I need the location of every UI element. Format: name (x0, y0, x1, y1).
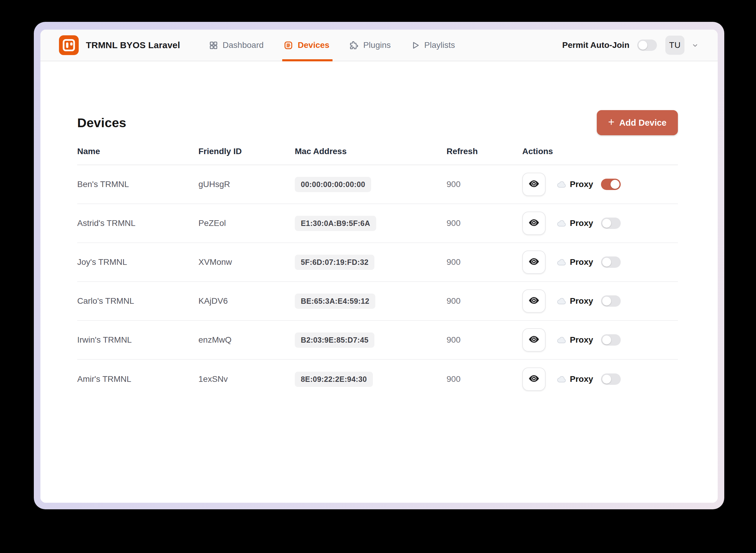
grid-icon (209, 41, 218, 50)
topbar-right: Permit Auto-Join TU (562, 35, 699, 55)
nav-label-devices: Devices (298, 41, 329, 50)
proxy-toggle[interactable] (601, 334, 621, 345)
device-friendly-id: enzMwQ (199, 335, 295, 345)
app-title: TRMNL BYOS Laravel (86, 40, 180, 50)
cloud-icon (557, 376, 566, 383)
column-header-refresh: Refresh (447, 147, 522, 156)
view-device-button[interactable] (522, 212, 546, 235)
table-row: Amir's TRMNL 1exSNv 8E:09:22:2E:94:30 90… (77, 360, 678, 399)
refresh-value: 900 (447, 257, 522, 267)
proxy-label: Proxy (570, 219, 593, 228)
proxy-toggle[interactable] (601, 374, 621, 385)
play-icon (410, 41, 420, 50)
table-header-row: Name Friendly ID Mac Address Refresh Act… (77, 147, 678, 165)
nav-label-dashboard: Dashboard (223, 41, 264, 50)
eye-icon (528, 295, 540, 307)
column-header-mac-address: Mac Address (295, 147, 447, 156)
device-name: Irwin's TRMNL (77, 335, 199, 345)
eye-icon (528, 256, 540, 268)
mac-address-chip: 00:00:00:00:00:00 (295, 177, 371, 192)
nav-item-devices[interactable]: Devices (284, 29, 329, 61)
proxy-label: Proxy (570, 257, 593, 267)
add-device-label: Add Device (619, 118, 667, 128)
user-avatar[interactable]: TU (665, 35, 684, 55)
cloud-icon (557, 181, 566, 188)
proxy-toggle[interactable] (601, 295, 621, 307)
device-friendly-id: KAjDV6 (199, 296, 295, 306)
permit-auto-join-toggle[interactable] (637, 40, 657, 51)
column-header-name: Name (77, 147, 199, 156)
actions-cell: Proxy (522, 212, 678, 235)
mac-address-chip: 8E:09:22:2E:94:30 (295, 372, 373, 387)
mac-address-chip: E1:30:0A:B9:5F:6A (295, 216, 376, 231)
view-device-button[interactable] (522, 328, 546, 351)
add-device-button[interactable]: + Add Device (597, 110, 678, 135)
refresh-value: 900 (447, 335, 522, 345)
mac-address-chip: 5F:6D:07:19:FD:32 (295, 255, 374, 270)
proxy-label: Proxy (570, 296, 593, 306)
view-device-button[interactable] (522, 250, 546, 274)
refresh-value: 900 (447, 179, 522, 189)
top-navigation-bar: TRMNL BYOS Laravel Dashboard (41, 29, 718, 61)
device-friendly-id: PeZEol (199, 219, 295, 228)
actions-cell: Proxy (522, 173, 678, 196)
table-row: Ben's TRMNL gUHsgR 00:00:00:00:00:00 900 (77, 165, 678, 204)
device-name: Carlo's TRMNL (77, 296, 199, 306)
page-head: Devices + Add Device (77, 110, 678, 135)
proxy-toggle[interactable] (601, 179, 621, 190)
table-row: Irwin's TRMNL enzMwQ B2:03:9E:85:D7:45 9… (77, 321, 678, 360)
device-name: Joy's TRMNL (77, 257, 199, 267)
device-friendly-id: XVMonw (199, 257, 295, 267)
actions-cell: Proxy (522, 289, 678, 313)
app-window: TRMNL BYOS Laravel Dashboard (34, 22, 724, 509)
device-friendly-id: gUHsgR (199, 179, 295, 189)
table-row: Astrid's TRMNL PeZEol E1:30:0A:B9:5F:6A … (77, 204, 678, 243)
plus-icon: + (608, 117, 614, 128)
puzzle-icon (349, 41, 359, 50)
column-header-friendly-id: Friendly ID (199, 147, 295, 156)
nav-item-playlists[interactable]: Playlists (410, 29, 455, 61)
refresh-value: 900 (447, 374, 522, 384)
page-title: Devices (77, 115, 126, 130)
view-device-button[interactable] (522, 173, 546, 196)
eye-icon (528, 334, 540, 346)
column-header-actions: Actions (522, 147, 678, 156)
app-panel: TRMNL BYOS Laravel Dashboard (41, 29, 718, 503)
mac-address-chip: B2:03:9E:85:D7:45 (295, 332, 374, 348)
chevron-down-icon[interactable] (691, 41, 699, 50)
proxy-label: Proxy (570, 179, 593, 189)
eye-icon (528, 373, 540, 385)
view-device-button[interactable] (522, 368, 546, 391)
actions-cell: Proxy (522, 328, 678, 351)
refresh-value: 900 (447, 296, 522, 306)
table-body: Ben's TRMNL gUHsgR 00:00:00:00:00:00 900 (77, 165, 678, 399)
permit-auto-join-label: Permit Auto-Join (562, 41, 629, 50)
main-nav: Dashboard Devices (209, 29, 455, 61)
refresh-value: 900 (447, 219, 522, 228)
table-row: Carlo's TRMNL KAjDV6 BE:65:3A:E4:59:12 9… (77, 282, 678, 321)
nav-item-dashboard[interactable]: Dashboard (209, 29, 264, 61)
proxy-label: Proxy (570, 335, 593, 345)
table-row: Joy's TRMNL XVMonw 5F:6D:07:19:FD:32 900 (77, 243, 678, 282)
nav-label-plugins: Plugins (363, 41, 391, 50)
actions-cell: Proxy (522, 250, 678, 274)
trmnl-logo-icon[interactable] (59, 35, 79, 55)
proxy-toggle[interactable] (601, 218, 621, 229)
device-name: Amir's TRMNL (77, 374, 199, 384)
nav-item-plugins[interactable]: Plugins (349, 29, 391, 61)
device-list-icon (284, 41, 293, 50)
cloud-icon (557, 298, 566, 305)
eye-icon (528, 217, 540, 230)
cloud-icon (557, 220, 566, 227)
proxy-toggle[interactable] (601, 256, 621, 268)
view-device-button[interactable] (522, 289, 546, 313)
device-name: Ben's TRMNL (77, 179, 199, 189)
mac-address-chip: BE:65:3A:E4:59:12 (295, 294, 375, 309)
nav-label-playlists: Playlists (425, 41, 455, 50)
eye-icon (528, 178, 540, 190)
devices-page: Devices + Add Device Name Friendly ID Ma… (41, 61, 718, 503)
device-friendly-id: 1exSNv (199, 374, 295, 384)
cloud-icon (557, 337, 566, 343)
proxy-label: Proxy (570, 374, 593, 384)
actions-cell: Proxy (522, 368, 678, 391)
